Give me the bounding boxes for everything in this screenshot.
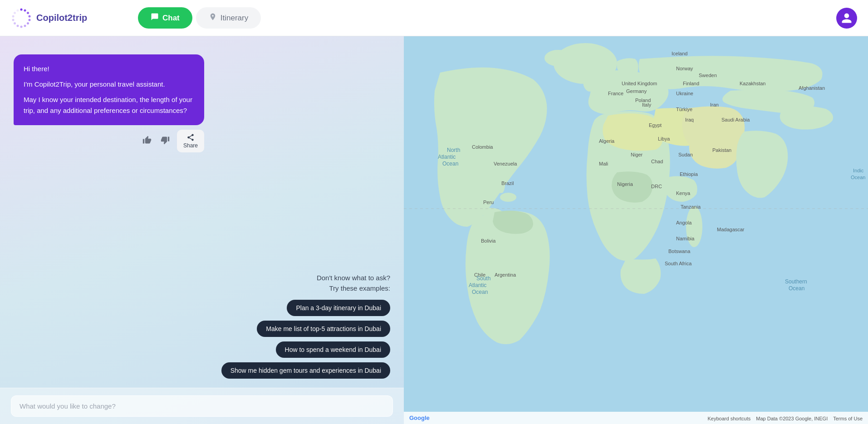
svg-text:Mali: Mali — [599, 161, 608, 166]
svg-point-12 — [14, 12, 16, 14]
share-label: Share — [183, 142, 198, 149]
bot-message-wrapper: Hi there! I'm Copilot2Trip, your persona… — [14, 54, 204, 152]
chat-messages: Hi there! I'm Copilot2Trip, your persona… — [0, 36, 404, 264]
tab-chat-label: Chat — [162, 14, 180, 23]
svg-point-10 — [12, 19, 15, 21]
map-footer: Google Keyboard shortcuts Map Data ©2023… — [404, 412, 868, 424]
svg-text:Libya: Libya — [658, 136, 670, 141]
tab-itinerary[interactable]: Itinerary — [196, 7, 261, 29]
svg-point-6 — [24, 24, 26, 27]
svg-point-8 — [17, 24, 19, 27]
share-icon — [186, 133, 195, 141]
svg-text:Afghanistan: Afghanistan — [799, 85, 825, 91]
svg-text:United Kingdom: United Kingdom — [622, 81, 657, 86]
svg-point-4 — [29, 19, 31, 21]
tab-itinerary-label: Itinerary — [221, 14, 248, 23]
svg-text:Algeria: Algeria — [599, 138, 615, 144]
map-panel: Iceland Norway Sweden Finland United Kin… — [404, 36, 868, 424]
example-chip-1[interactable]: Plan a 3-day itinerary in Dubai — [287, 300, 390, 316]
svg-text:Iceland: Iceland — [672, 51, 687, 56]
svg-point-11 — [12, 15, 15, 17]
svg-text:Ocean: Ocean — [472, 289, 488, 295]
svg-text:Kazakhstan: Kazakhstan — [740, 81, 765, 86]
terms-of-use[interactable]: Terms of Use — [833, 416, 863, 421]
svg-point-13 — [17, 9, 19, 11]
svg-text:Botswana: Botswana — [668, 249, 691, 254]
svg-text:Atlantic: Atlantic — [469, 282, 486, 288]
svg-text:Niger: Niger — [631, 152, 643, 157]
svg-point-17 — [583, 72, 597, 92]
examples-area: Don't know what to ask? Try these exampl… — [0, 264, 404, 388]
google-logo: Google — [409, 414, 430, 421]
svg-text:Argentina: Argentina — [495, 272, 516, 278]
svg-text:Finland: Finland — [683, 81, 699, 86]
chat-input[interactable] — [11, 395, 393, 417]
svg-text:Brazil: Brazil — [501, 180, 514, 186]
svg-text:Sweden: Sweden — [699, 73, 717, 78]
svg-text:Colombia: Colombia — [472, 144, 493, 150]
keyboard-shortcuts[interactable]: Keyboard shortcuts — [708, 416, 751, 421]
world-map-svg: Iceland Norway Sweden Finland United Kin… — [404, 36, 868, 424]
thumbs-down-button[interactable] — [159, 134, 172, 149]
app-logo-text: Copilot2trip — [36, 13, 87, 23]
logo-icon — [11, 8, 32, 29]
svg-text:France: France — [608, 91, 623, 96]
bot-bubble: Hi there! I'm Copilot2Trip, your persona… — [14, 54, 204, 125]
bot-actions: Share — [14, 130, 204, 152]
logo-area: Copilot2trip — [11, 8, 111, 29]
bot-line2: I'm Copilot2Trip, your personal travel a… — [24, 79, 194, 90]
svg-text:Ocean: Ocean — [851, 175, 865, 180]
svg-text:Peru: Peru — [483, 200, 494, 205]
svg-point-2 — [27, 12, 29, 14]
thumbs-up-button[interactable] — [141, 134, 153, 149]
svg-text:South Africa: South Africa — [665, 261, 692, 266]
svg-point-3 — [29, 15, 31, 17]
svg-text:Ukraine: Ukraine — [676, 91, 693, 96]
svg-point-16 — [544, 50, 572, 66]
svg-text:Nigeria: Nigeria — [617, 181, 633, 187]
map-container[interactable]: Iceland Norway Sweden Finland United Kin… — [404, 36, 868, 424]
svg-text:Madagascar: Madagascar — [717, 227, 745, 232]
svg-text:Iraq: Iraq — [685, 117, 694, 122]
svg-text:Pakistan: Pakistan — [712, 147, 731, 153]
map-credits: Keyboard shortcuts Map Data ©2023 Google… — [708, 416, 863, 421]
svg-text:Bolivia: Bolivia — [481, 238, 496, 244]
svg-text:Venezuela: Venezuela — [494, 161, 517, 166]
svg-text:Ethiopia: Ethiopia — [680, 171, 698, 177]
svg-text:Saudi Arabia: Saudi Arabia — [721, 117, 750, 122]
svg-text:Ocean: Ocean — [789, 285, 804, 292]
svg-point-0 — [20, 8, 23, 10]
svg-text:Kenya: Kenya — [676, 190, 691, 196]
example-chip-3[interactable]: How to spend a weekend in Dubai — [276, 341, 390, 358]
svg-text:Italy: Italy — [642, 102, 652, 107]
main-content: Hi there! I'm Copilot2Trip, your persona… — [0, 36, 868, 424]
svg-text:Norway: Norway — [676, 66, 693, 71]
example-chip-4[interactable]: Show me hidden gem tours and experiences… — [221, 362, 390, 379]
examples-intro-line2: Try these examples: — [317, 283, 390, 294]
itinerary-icon — [209, 13, 217, 23]
svg-text:North: North — [447, 147, 460, 153]
svg-text:Türkiye: Türkiye — [676, 107, 692, 112]
tab-chat[interactable]: Chat — [138, 7, 192, 29]
chat-panel: Hi there! I'm Copilot2Trip, your persona… — [0, 36, 404, 424]
svg-text:Angola: Angola — [676, 220, 692, 225]
svg-text:Namibia: Namibia — [676, 236, 695, 241]
bot-line3: May I know your intended destination, th… — [24, 94, 194, 116]
svg-text:Atlantic: Atlantic — [438, 154, 456, 160]
chat-icon — [151, 13, 159, 23]
user-avatar-button[interactable] — [836, 8, 857, 29]
svg-text:Sudan: Sudan — [678, 152, 693, 157]
bot-line1: Hi there! — [24, 63, 194, 74]
svg-text:Indic: Indic — [853, 168, 864, 173]
tab-group: Chat Itinerary — [138, 7, 261, 29]
user-icon — [841, 12, 853, 24]
examples-intro-line1: Don't know what to ask? — [317, 273, 390, 283]
map-data-credit: Map Data ©2023 Google, INEGI — [756, 416, 828, 421]
svg-text:Southern: Southern — [785, 278, 807, 285]
svg-point-19 — [500, 193, 516, 202]
share-button[interactable]: Share — [177, 130, 204, 152]
svg-text:DRC: DRC — [651, 184, 662, 189]
app-header: Copilot2trip Chat Itinerary — [0, 0, 868, 36]
svg-text:Egypt: Egypt — [649, 122, 662, 128]
example-chip-2[interactable]: Make me list of top-5 attractions in Dub… — [257, 321, 390, 337]
